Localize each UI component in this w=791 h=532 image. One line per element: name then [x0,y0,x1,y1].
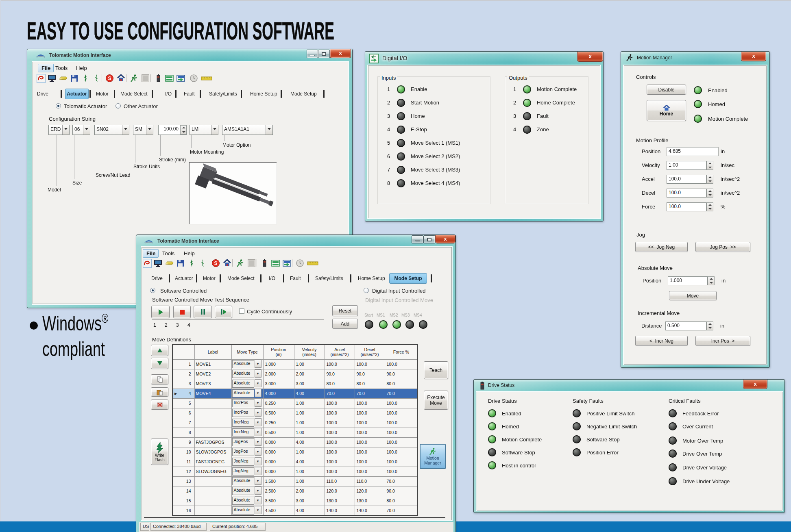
svg-text:S: S [214,261,217,266]
svg-text:S: S [108,76,111,81]
